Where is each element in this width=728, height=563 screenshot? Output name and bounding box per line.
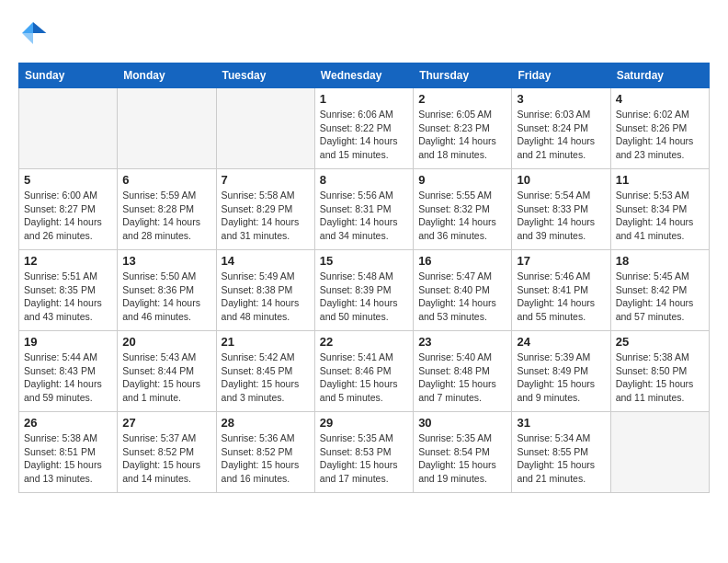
day-info: Sunrise: 6:06 AM Sunset: 8:22 PM Dayligh…	[320, 108, 408, 162]
week-row-1: 1Sunrise: 6:06 AM Sunset: 8:22 PM Daylig…	[19, 88, 710, 169]
day-cell-29: 29Sunrise: 5:35 AM Sunset: 8:53 PM Dayli…	[314, 412, 413, 493]
day-number: 28	[222, 416, 310, 430]
page-header	[18, 18, 710, 48]
day-info: Sunrise: 5:58 AM Sunset: 8:29 PM Dayligh…	[222, 189, 310, 243]
day-cell-10: 10Sunrise: 5:54 AM Sunset: 8:33 PM Dayli…	[512, 169, 610, 250]
day-cell-3: 3Sunrise: 6:03 AM Sunset: 8:24 PM Daylig…	[512, 88, 610, 169]
week-row-5: 26Sunrise: 5:38 AM Sunset: 8:51 PM Dayli…	[19, 412, 710, 493]
day-info: Sunrise: 5:53 AM Sunset: 8:34 PM Dayligh…	[616, 189, 704, 243]
day-cell-5: 5Sunrise: 6:00 AM Sunset: 8:27 PM Daylig…	[19, 169, 118, 250]
day-number: 11	[616, 173, 704, 187]
day-info: Sunrise: 5:49 AM Sunset: 8:38 PM Dayligh…	[222, 270, 310, 324]
day-cell-24: 24Sunrise: 5:39 AM Sunset: 8:49 PM Dayli…	[512, 331, 610, 412]
day-number: 7	[222, 173, 310, 187]
column-header-tuesday: Tuesday	[216, 63, 314, 88]
logo-icon	[18, 18, 48, 48]
day-info: Sunrise: 5:55 AM Sunset: 8:32 PM Dayligh…	[418, 189, 506, 243]
day-info: Sunrise: 5:59 AM Sunset: 8:28 PM Dayligh…	[122, 189, 210, 243]
day-number: 13	[122, 254, 210, 268]
svg-marker-1	[22, 22, 33, 33]
day-info: Sunrise: 5:34 AM Sunset: 8:55 PM Dayligh…	[517, 431, 605, 486]
day-info: Sunrise: 5:47 AM Sunset: 8:40 PM Dayligh…	[418, 270, 506, 324]
day-cell-14: 14Sunrise: 5:49 AM Sunset: 8:38 PM Dayli…	[216, 250, 314, 331]
day-cell-16: 16Sunrise: 5:47 AM Sunset: 8:40 PM Dayli…	[414, 250, 512, 331]
day-cell-11: 11Sunrise: 5:53 AM Sunset: 8:34 PM Dayli…	[610, 169, 709, 250]
day-info: Sunrise: 5:54 AM Sunset: 8:33 PM Dayligh…	[517, 189, 605, 243]
column-header-sunday: Sunday	[19, 63, 118, 88]
day-number: 25	[616, 335, 704, 349]
day-cell-31: 31Sunrise: 5:34 AM Sunset: 8:55 PM Dayli…	[512, 412, 610, 493]
empty-cell	[118, 88, 216, 169]
day-number: 24	[517, 335, 605, 349]
day-cell-19: 19Sunrise: 5:44 AM Sunset: 8:43 PM Dayli…	[19, 331, 118, 412]
day-cell-18: 18Sunrise: 5:45 AM Sunset: 8:42 PM Dayli…	[610, 250, 709, 331]
day-cell-17: 17Sunrise: 5:46 AM Sunset: 8:41 PM Dayli…	[512, 250, 610, 331]
day-number: 26	[24, 416, 112, 430]
day-number: 20	[122, 335, 210, 349]
day-info: Sunrise: 5:45 AM Sunset: 8:42 PM Dayligh…	[616, 270, 704, 324]
day-info: Sunrise: 5:42 AM Sunset: 8:45 PM Dayligh…	[222, 350, 310, 405]
day-info: Sunrise: 5:35 AM Sunset: 8:54 PM Dayligh…	[418, 431, 506, 486]
day-cell-15: 15Sunrise: 5:48 AM Sunset: 8:39 PM Dayli…	[314, 250, 413, 331]
day-number: 22	[320, 335, 408, 349]
day-cell-30: 30Sunrise: 5:35 AM Sunset: 8:54 PM Dayli…	[414, 412, 512, 493]
day-number: 27	[122, 416, 210, 430]
day-number: 12	[24, 254, 112, 268]
day-number: 10	[517, 173, 605, 187]
column-header-wednesday: Wednesday	[314, 63, 413, 88]
empty-cell	[216, 88, 314, 169]
column-header-friday: Friday	[512, 63, 610, 88]
day-info: Sunrise: 5:39 AM Sunset: 8:49 PM Dayligh…	[517, 350, 605, 405]
column-header-monday: Monday	[118, 63, 216, 88]
column-header-thursday: Thursday	[414, 63, 512, 88]
day-info: Sunrise: 6:05 AM Sunset: 8:23 PM Dayligh…	[418, 108, 506, 162]
day-info: Sunrise: 5:36 AM Sunset: 8:52 PM Dayligh…	[222, 431, 310, 486]
day-cell-2: 2Sunrise: 6:05 AM Sunset: 8:23 PM Daylig…	[414, 88, 512, 169]
day-cell-12: 12Sunrise: 5:51 AM Sunset: 8:35 PM Dayli…	[19, 250, 118, 331]
week-row-2: 5Sunrise: 6:00 AM Sunset: 8:27 PM Daylig…	[19, 169, 710, 250]
day-number: 30	[418, 416, 506, 430]
day-cell-21: 21Sunrise: 5:42 AM Sunset: 8:45 PM Dayli…	[216, 331, 314, 412]
day-cell-20: 20Sunrise: 5:43 AM Sunset: 8:44 PM Dayli…	[118, 331, 216, 412]
day-cell-6: 6Sunrise: 5:59 AM Sunset: 8:28 PM Daylig…	[118, 169, 216, 250]
column-header-saturday: Saturday	[610, 63, 709, 88]
day-cell-22: 22Sunrise: 5:41 AM Sunset: 8:46 PM Dayli…	[314, 331, 413, 412]
day-info: Sunrise: 6:00 AM Sunset: 8:27 PM Dayligh…	[24, 189, 112, 243]
day-info: Sunrise: 5:35 AM Sunset: 8:53 PM Dayligh…	[320, 431, 408, 486]
calendar-header-row: SundayMondayTuesdayWednesdayThursdayFrid…	[19, 63, 710, 88]
empty-cell	[610, 412, 709, 493]
day-number: 2	[418, 92, 506, 106]
day-info: Sunrise: 5:38 AM Sunset: 8:51 PM Dayligh…	[24, 431, 112, 486]
day-info: Sunrise: 5:40 AM Sunset: 8:48 PM Dayligh…	[418, 350, 506, 405]
day-number: 15	[320, 254, 408, 268]
day-info: Sunrise: 5:37 AM Sunset: 8:52 PM Dayligh…	[122, 431, 210, 486]
day-info: Sunrise: 5:50 AM Sunset: 8:36 PM Dayligh…	[122, 270, 210, 324]
week-row-4: 19Sunrise: 5:44 AM Sunset: 8:43 PM Dayli…	[19, 331, 710, 412]
day-info: Sunrise: 5:41 AM Sunset: 8:46 PM Dayligh…	[320, 350, 408, 405]
day-info: Sunrise: 5:38 AM Sunset: 8:50 PM Dayligh…	[616, 350, 704, 405]
day-cell-9: 9Sunrise: 5:55 AM Sunset: 8:32 PM Daylig…	[414, 169, 512, 250]
day-number: 29	[320, 416, 408, 430]
day-number: 9	[418, 173, 506, 187]
day-cell-23: 23Sunrise: 5:40 AM Sunset: 8:48 PM Dayli…	[414, 331, 512, 412]
day-info: Sunrise: 6:02 AM Sunset: 8:26 PM Dayligh…	[616, 108, 704, 162]
week-row-3: 12Sunrise: 5:51 AM Sunset: 8:35 PM Dayli…	[19, 250, 710, 331]
svg-marker-2	[22, 33, 33, 44]
day-number: 16	[418, 254, 506, 268]
day-info: Sunrise: 6:03 AM Sunset: 8:24 PM Dayligh…	[517, 108, 605, 162]
day-number: 6	[122, 173, 210, 187]
empty-cell	[19, 88, 118, 169]
day-info: Sunrise: 5:56 AM Sunset: 8:31 PM Dayligh…	[320, 189, 408, 243]
day-number: 14	[222, 254, 310, 268]
day-number: 23	[418, 335, 506, 349]
day-info: Sunrise: 5:48 AM Sunset: 8:39 PM Dayligh…	[320, 270, 408, 324]
day-cell-4: 4Sunrise: 6:02 AM Sunset: 8:26 PM Daylig…	[610, 88, 709, 169]
day-number: 1	[320, 92, 408, 106]
calendar-table: SundayMondayTuesdayWednesdayThursdayFrid…	[18, 63, 710, 493]
day-number: 3	[517, 92, 605, 106]
day-number: 31	[517, 416, 605, 430]
day-number: 5	[24, 173, 112, 187]
day-info: Sunrise: 5:46 AM Sunset: 8:41 PM Dayligh…	[517, 270, 605, 324]
day-number: 4	[616, 92, 704, 106]
day-number: 8	[320, 173, 408, 187]
